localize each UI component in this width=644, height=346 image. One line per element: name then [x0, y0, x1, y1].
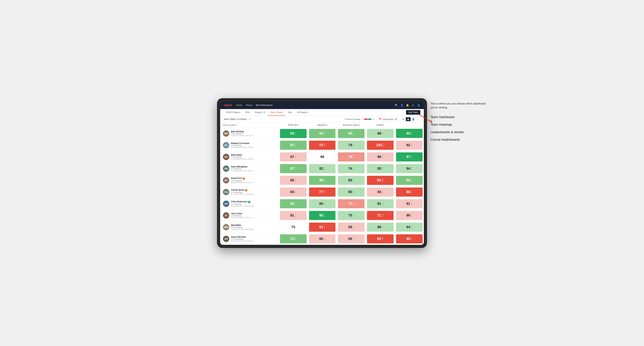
score-value: 88 [377, 131, 381, 135]
score-cell-1-1: 73 11 ▼ [308, 139, 337, 151]
column-off-tee[interactable]: Off the Tee ▾ [279, 123, 308, 128]
score-box: 83 3 ▼ [280, 187, 306, 197]
subnav-all-players[interactable]: All Players [294, 109, 310, 116]
view-heatmap-button[interactable]: ▦ [406, 117, 411, 121]
table-row: CR Chris Robertson✓ 1-5 Handicap Craigmi… [220, 198, 424, 209]
score-box: 73 11 ▼ [309, 141, 336, 150]
score-value: 96 [406, 178, 410, 182]
score-value: 82 [319, 167, 323, 171]
round-change: 20 Round Change -5 +5 [345, 118, 375, 120]
view-person-button[interactable]: 👤 [411, 117, 416, 121]
score-value: 87 [290, 167, 294, 171]
score-box: 95 8 ▲ [309, 211, 336, 220]
score-cell-9-3: 84 21 ▲ [366, 233, 395, 245]
player-cell-7[interactable]: JC Josh Coles 1-5 Handicap Royal North D… [220, 209, 279, 221]
last-rounds-button[interactable]: 📅 Last Rounds: 20 [377, 117, 399, 121]
player-club: Royal North Devon Golf Club, United King… [231, 182, 256, 183]
player-table: Player Quality ▾ Off the Tee ▾ Approach … [220, 123, 424, 245]
subnav-pga[interactable]: PGA [243, 109, 252, 116]
column-putting[interactable]: Putting ▾ [366, 123, 395, 128]
score-value: 74 [290, 237, 294, 241]
nav-my-performance[interactable]: My Performance [256, 104, 272, 106]
nav-links: Home Teams My Performance [236, 104, 394, 106]
score-box: 71 11 ▼ [367, 211, 394, 220]
player-cell-6[interactable]: CR Chris Robertson✓ 1-5 Handicap Craigmi… [220, 198, 279, 209]
score-change: 3 ▲ [411, 178, 412, 182]
player-cell-9[interactable]: AN Aaron Nicholls 11-15 Handicap Drift G… [220, 233, 279, 245]
search-icon[interactable]: 🔍 [394, 104, 398, 107]
score-box: 91 3 ▼ [396, 199, 422, 208]
score-change: 4 ▲ [353, 225, 354, 229]
player-name: David Ford✓ [231, 177, 256, 180]
column-around-green[interactable]: Around the Green ▾ [337, 123, 366, 128]
score-box: 94 1 ▲ [396, 164, 422, 173]
subnav-tour[interactable]: Tour [285, 109, 294, 116]
score-cell-4-2: 80 3 ▲ [337, 174, 366, 186]
score-box: 85 3 ▼ [367, 164, 394, 173]
player-cell-0[interactable]: BM Blair McHarg Plus Handicap Royal Nort… [220, 128, 279, 139]
nav-teams[interactable]: Teams [246, 104, 252, 106]
score-value: 75 [348, 213, 352, 217]
player-cell-8[interactable]: MM Matt Miller 6-10 Handicap Woburn Golf… [220, 221, 279, 233]
player-name: Charlie Quick✓ [231, 189, 256, 191]
score-box: 86 8 ▼ [396, 187, 422, 197]
column-player[interactable]: Player Quality ▾ [220, 123, 279, 128]
score-change: 2 ▲ [353, 213, 354, 217]
score-change: 1 ▼ [324, 237, 325, 240]
user-avatar-icon[interactable]: 👤 [417, 104, 420, 107]
score-change: 4 ▲ [382, 202, 383, 205]
score-change: 4 ▲ [324, 167, 325, 170]
score-cell-1-0: 87 1 ▲ [279, 139, 308, 151]
score-value: 58 [348, 225, 352, 229]
score-cell-1-3: 103 15 ▲ [366, 139, 395, 151]
score-value: 60 [319, 237, 323, 241]
add-team-button[interactable]: Add Team [406, 110, 420, 115]
subnav-team-clippd[interactable]: Team Clippd [268, 109, 285, 116]
player-cell-1[interactable]: EC Edward Crossman 1-5 Handicap Sunningd… [220, 139, 279, 151]
score-change: 8 ▲ [353, 132, 354, 135]
score-change: 8 ▼ [411, 190, 412, 194]
score-change: 4 ▲ [295, 167, 296, 170]
score-cell-5-2: 80 1 ▲ [337, 186, 366, 198]
score-cell-4-1: 89 7 ▲ [308, 174, 337, 186]
logo[interactable]: clippd [224, 104, 232, 107]
player-badge: ✓ [242, 177, 245, 180]
score-cell-2-2: 75 3 ▼ [337, 151, 366, 163]
column-approach[interactable]: Approach ▾ [308, 123, 337, 128]
view-download-button[interactable]: ↓ [416, 117, 420, 121]
score-change: 11 ▼ [382, 213, 384, 217]
player-avatar: AN [223, 236, 229, 242]
player-cell-3[interactable]: DB Dave Billingham 1-5 Handicap Gog Mago… [220, 163, 279, 174]
player-club: Royal North Devon Golf Club, United King… [231, 217, 256, 218]
score-cell-8-3: 88 2 ▼ [366, 221, 395, 233]
player-avatar: JC [223, 212, 229, 219]
score-change: 5 ▲ [411, 155, 412, 159]
subnav-pgat[interactable]: PGAT Players [224, 109, 243, 116]
player-cell-5[interactable]: CQ Charlie Quick✓ 6-10 Handicap St. Geor… [220, 186, 279, 198]
bar-pos [368, 119, 372, 120]
view-grid-button[interactable]: ⊞ [401, 117, 406, 121]
score-value: 75 [292, 225, 295, 229]
nav-home[interactable]: Home [236, 104, 242, 106]
score-cell-6-4: 91 3 ▼ [395, 198, 424, 209]
profile-icon[interactable]: 👤 [400, 104, 404, 107]
score-change: 3 ▼ [411, 143, 412, 147]
edit-icon[interactable]: ✏ [249, 118, 251, 120]
score-box: 80 3 ▲ [338, 176, 364, 185]
table-container: Player Quality ▾ Off the Tee ▾ Approach … [220, 123, 424, 245]
score-value: 103 [376, 143, 382, 147]
player-handicap: 1-5 Handicap [231, 203, 254, 205]
score-box: 84 21 ▲ [367, 234, 394, 243]
notification-icon[interactable]: 🔔 [406, 104, 409, 107]
player-cell-2[interactable]: EE Elliot Ebert 1-5 Handicap Sunningdale… [220, 151, 279, 163]
score-box: 94 3 ▲ [396, 223, 422, 232]
bar-neg [364, 119, 368, 120]
score-cell-3-0: 87 4 ▲ [279, 163, 308, 174]
score-value: 83 [377, 190, 381, 194]
score-cell-0-2: 85 8 ▲ [337, 128, 366, 139]
settings-icon[interactable]: ⊕ [411, 104, 415, 107]
score-cell-2-4: 97 5 ▲ [395, 151, 424, 163]
player-cell-4[interactable]: DF David Ford✓ Plus Handicap Royal North… [220, 174, 279, 186]
subnav-hcaps[interactable]: Hcaps 1-5 [252, 109, 268, 116]
score-box: 82 4 ▲ [309, 164, 336, 173]
